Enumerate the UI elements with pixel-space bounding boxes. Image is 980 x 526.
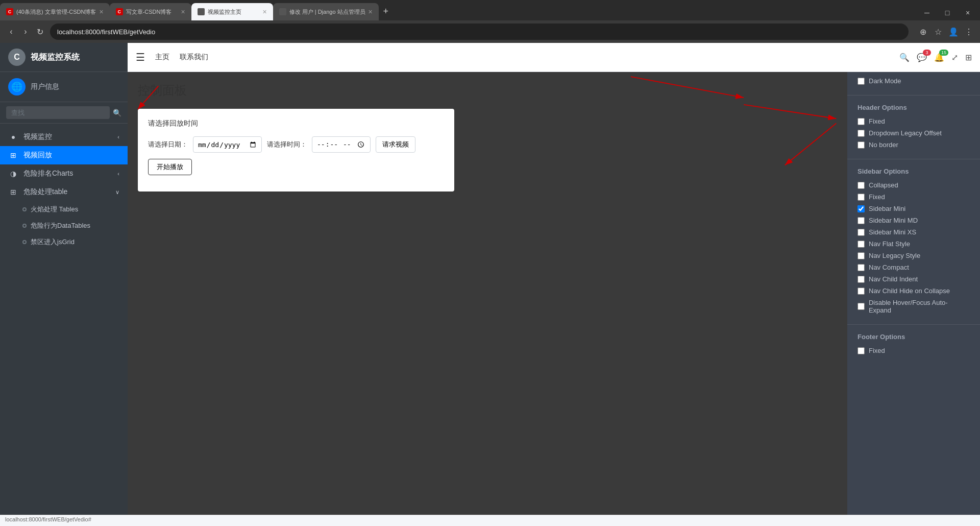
nav-legacy-option: Nav Legacy Style [857, 250, 970, 261]
tab-csdn2[interactable]: C 写文章-CSDN博客 × [110, 3, 191, 20]
tab-csdn1[interactable]: C (40条消息) 文章管理-CSDN博客 × [0, 3, 110, 20]
tab-close-csdn2[interactable]: × [181, 8, 185, 16]
nav-compact-checkbox[interactable] [857, 264, 865, 271]
request-video-button[interactable]: 请求视频 [376, 136, 415, 153]
tab-icon-csdn1: C [6, 8, 13, 15]
nav-child-hide-label: Nav Child Hide on Collapse [869, 287, 950, 295]
sidebar-options-section: Sidebar Options Collapsed Fixed Sidebar … [847, 161, 980, 322]
close-window-button[interactable]: × [958, 5, 978, 20]
header-no-border-label: No border [869, 141, 898, 149]
back-button[interactable]: ‹ [5, 26, 17, 38]
refresh-button[interactable]: ↻ [34, 26, 46, 38]
sidebar-item-danger-charts-label: 危险排名Charts [23, 169, 73, 178]
sidebar-collapsed-option: Collapsed [857, 179, 970, 191]
dark-mode-label: Dark Mode [869, 77, 901, 85]
time-input[interactable] [312, 136, 371, 153]
sidebar-item-video-monitor[interactable]: ● 视频监控 ‹ [0, 128, 128, 146]
expand-button[interactable]: ⤢ [951, 53, 958, 62]
hamburger-button[interactable]: ☰ [136, 51, 145, 63]
sidebar-fixed-checkbox[interactable] [857, 194, 865, 201]
sidebar-mini-md-option: Sidebar Mini MD [857, 214, 970, 226]
main-card: 请选择回放时间 请选择日期： 请选择时间： 请求视频 开始播放 [138, 109, 454, 192]
header-no-border-option: No border [857, 139, 970, 151]
header-fixed-option: Fixed [857, 115, 970, 127]
sidebar-mini-xs-checkbox[interactable] [857, 229, 865, 236]
customize-dark-mode-section: Dark Mode [847, 72, 980, 93]
dark-mode-checkbox[interactable] [857, 78, 865, 85]
sidebar-collapsed-checkbox[interactable] [857, 182, 865, 189]
bell-button[interactable]: 🔔 15 [934, 53, 944, 62]
submenu-danger-label: 危险行为DataTables [31, 221, 90, 230]
profile-icon[interactable]: 👤 [947, 26, 960, 38]
header-no-border-checkbox[interactable] [857, 141, 865, 149]
footer-fixed-checkbox[interactable] [857, 347, 865, 354]
header-dropdown-checkbox[interactable] [857, 130, 865, 137]
app-wrapper: C 视频监控系统 🌐 用户信息 🔍 ● 视频监控 ‹ [0, 43, 980, 515]
chat-button[interactable]: 💬 3 [917, 53, 927, 62]
header-dropdown-label: Dropdown Legacy Offset [869, 129, 942, 137]
sidebar-mini-md-checkbox[interactable] [857, 217, 865, 224]
sidebar-fixed-option: Fixed [857, 191, 970, 203]
avatar-icon: 🌐 [11, 81, 22, 92]
sidebar-mini-option: Sidebar Mini [857, 203, 970, 214]
chevron-right-icon-charts: ‹ [117, 171, 119, 177]
menu-icon[interactable]: ⋮ [963, 26, 975, 38]
tab-close-django[interactable]: × [369, 8, 373, 16]
tab-icon-csdn2: C [116, 8, 123, 15]
search-button-top[interactable]: 🔍 [899, 53, 910, 62]
disable-hover-checkbox[interactable] [857, 303, 865, 310]
submenu-item-fire[interactable]: 火焰处理 Tables [0, 201, 128, 218]
nav-link-home[interactable]: 主页 [155, 53, 169, 62]
sidebar-item-danger-table[interactable]: ⊞ 危险处理table ∨ [0, 183, 128, 201]
tab-close-csdn1[interactable]: × [99, 8, 103, 16]
tab-icon-django [279, 8, 286, 15]
header-dropdown-option: Dropdown Legacy Offset [857, 127, 970, 139]
translate-icon[interactable]: ⊕ [917, 26, 929, 38]
header-fixed-label: Fixed [869, 117, 885, 125]
customize-button[interactable]: ⊞ [965, 53, 972, 62]
nav-compact-option: Nav Compact [857, 261, 970, 273]
chat-badge: 3 [923, 50, 931, 56]
submenu-fire-label: 火焰处理 Tables [31, 205, 78, 214]
sidebar-mini-checkbox[interactable] [857, 205, 865, 212]
nav-legacy-checkbox[interactable] [857, 252, 865, 259]
sidebar-mini-label: Sidebar Mini [869, 205, 905, 212]
sidebar-item-danger-charts[interactable]: ◑ 危险排名Charts ‹ [0, 164, 128, 183]
tab-title-csdn1: (40条消息) 文章管理-CSDN博客 [16, 8, 96, 16]
browser-window: C (40条消息) 文章管理-CSDN博客 × C 写文章-CSDN博客 × 视… [0, 0, 980, 526]
search-button[interactable]: 🔍 [113, 109, 121, 117]
nav-compact-label: Nav Compact [869, 264, 909, 271]
sidebar-collapsed-label: Collapsed [869, 181, 898, 189]
date-input[interactable] [193, 136, 262, 153]
minimize-button[interactable]: ─ [917, 5, 937, 20]
sidebar-menu: ● 视频监控 ‹ ⊞ 视频回放 ◑ 危险排名Charts ‹ ⊞ 危险处理tab… [0, 124, 128, 515]
page-title: 控制面板 [138, 82, 970, 99]
address-bar: ‹ › ↻ localhost:8000/firstWEB/getVedio ⊕… [0, 20, 980, 43]
top-nav-right: 🔍 💬 3 🔔 15 ⤢ ⊞ [899, 53, 972, 62]
new-tab-button[interactable]: + [379, 4, 393, 18]
submenu-item-restricted[interactable]: 禁区进入jsGrid [0, 234, 128, 250]
browser-actions: ⊕ ☆ 👤 ⋮ [917, 26, 975, 38]
sidebar-item-video-monitor-label: 视频监控 [23, 132, 52, 141]
tab-video[interactable]: 视频监控主页 × [191, 3, 273, 20]
tab-close-video[interactable]: × [262, 8, 266, 16]
nav-child-indent-checkbox[interactable] [857, 276, 865, 283]
forward-button[interactable]: › [19, 26, 32, 38]
submenu-item-danger[interactable]: 危险行为DataTables [0, 218, 128, 234]
play-button[interactable]: 开始播放 [148, 159, 192, 175]
bookmark-icon[interactable]: ☆ [932, 26, 944, 38]
nav-flat-checkbox[interactable] [857, 241, 865, 248]
maximize-button[interactable]: □ [937, 5, 958, 20]
nav-link-contact[interactable]: 联系我们 [180, 53, 208, 62]
tab-title-csdn2: 写文章-CSDN博客 [126, 8, 172, 16]
header-fixed-checkbox[interactable] [857, 118, 865, 125]
url-bar[interactable]: localhost:8000/firstWEB/getVedio [50, 23, 909, 40]
tab-icon-video [198, 8, 205, 15]
nav-child-hide-checkbox[interactable] [857, 288, 865, 295]
tab-django[interactable]: 修改 用户 | Django 站点管理员 × [273, 3, 379, 20]
nav-legacy-label: Nav Legacy Style [869, 252, 920, 259]
sidebar-item-video-replay[interactable]: ⊞ 视频回放 [0, 146, 128, 164]
nav-child-indent-option: Nav Child Indent [857, 273, 970, 285]
nav-flat-label: Nav Flat Style [869, 240, 910, 248]
search-input[interactable] [6, 106, 110, 119]
